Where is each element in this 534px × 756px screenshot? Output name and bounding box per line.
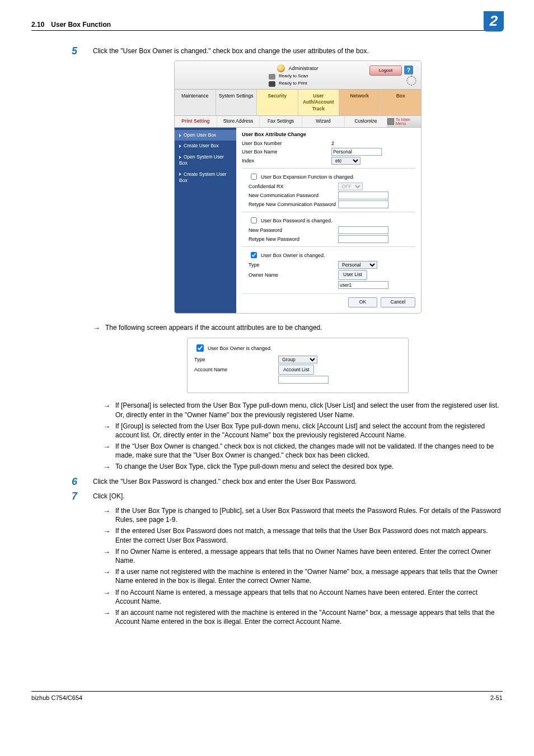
help-icon[interactable]: ? [404,66,413,74]
step5-text: Click the "User Box Owner is changed." c… [93,46,503,55]
sidebar-open-system-user-box[interactable]: Open System User Box [175,152,236,169]
step6-number: 6 [72,475,77,488]
inset-type-label: Type [194,356,278,363]
user-list-button[interactable]: User List [338,270,367,280]
confidential-rx-select[interactable]: OFF [338,183,363,190]
retype-pwd-label: Retype New Password [249,236,338,242]
owner-check-label: User Box Owner is changed. [261,252,325,259]
new-comm-pwd-label: New Communication Password [249,192,338,199]
tab-security[interactable]: Security [257,90,298,115]
subtab-customize[interactable]: Customize [345,116,387,127]
new-comm-pwd-input[interactable] [338,192,388,199]
inset-type-select[interactable]: Group [278,356,317,363]
user-box-name-label: User Box Name [242,148,331,155]
chapter-badge: 2 [484,11,504,31]
expansion-label: User Box Expansion Function is changed. [261,174,354,180]
admin-ui-screenshot: Administrator Logout ? Ready to Scan Rea… [175,61,421,313]
user-box-name-input[interactable] [331,148,382,156]
ok-button[interactable]: OK [348,297,377,307]
user-icon [277,64,285,72]
tab-user-auth[interactable]: User Auth/Account Track [298,90,340,115]
new-pwd-label: New Password [249,227,338,234]
password-checkbox[interactable] [251,217,257,223]
sidebar-create-system-user-box[interactable]: Create System User Box [175,169,236,186]
note7-3: If a user name not registered with the m… [103,567,503,585]
scanner-icon [269,74,275,80]
note7-0: If the User Box Type is changed to [Publ… [103,506,503,524]
password-check-label: User Box Password is changed. [261,217,332,224]
expansion-checkbox[interactable] [251,174,257,180]
note-personal: If [Personal] is selected from the User … [103,401,503,419]
footer-model: bizhub C754/C654 [31,694,82,702]
inset-account-name-input[interactable] [278,376,329,384]
step7-notes: If the User Box Type is changed to [Publ… [103,506,503,626]
user-box-number-value: 2 [331,140,334,147]
subtab-store-address[interactable]: Store Address [217,116,260,127]
owner-name-input[interactable] [338,281,388,289]
note7-4: If no Account Name is entered, a message… [103,588,503,606]
tab-box[interactable]: Box [381,90,421,115]
section-number: 2.10 [31,20,44,29]
footer-page: 2-51 [490,694,503,702]
user-box-number-label: User Box Number [242,140,331,147]
step6-text: Click the "User Box Password is changed.… [93,477,503,486]
ready-print-label: Ready to Print [279,81,307,87]
panel-title: User Box Attribute Change [242,131,415,138]
owner-name-label: Owner Name [249,272,338,278]
account-list-button[interactable]: Account List [278,365,314,375]
subtab-main-menu[interactable]: To Main Menu [387,116,421,127]
ready-scan-label: Ready to Scan [279,73,308,80]
group-variant-inset: User Box Owner is changed. Type Group Ac… [187,338,409,393]
inset-account-name-label: Account Name [194,366,278,373]
retype-comm-pwd-input[interactable] [338,200,388,208]
tab-system-settings[interactable]: System Settings [216,90,257,115]
retype-comm-pwd-label: Retype New Communication Password [249,201,338,208]
cancel-button[interactable]: Cancel [381,297,415,307]
note7-5: If an account name not registered with t… [103,608,503,626]
sidebar-create-user-box[interactable]: Create User Box [175,141,236,151]
subtab-print-setting[interactable]: Print Setting [175,116,217,127]
note-group: If [Group] is selected from the User Box… [103,422,503,440]
note-type: To change the User Box Type, click the T… [103,462,503,471]
inset-owner-label: User Box Owner is changed. [208,345,272,352]
gear-icon[interactable] [406,76,416,86]
new-pwd-input[interactable] [338,226,388,234]
intermission-text: The following screen appears if the acco… [93,323,503,332]
subtab-wizard[interactable]: Wizard [302,116,345,127]
main-menu-icon [387,118,394,125]
tab-network[interactable]: Network [339,90,381,115]
step7-text: Click [OK]. [93,492,503,501]
confidential-rx-label: Confidential RX [249,183,338,190]
note7-2: If no Owner Name is entered, a message a… [103,547,503,565]
type-label: Type [249,262,338,268]
sidebar-open-user-box[interactable]: Open User Box [175,130,236,141]
step5-number: 5 [72,44,77,58]
index-label: Index [242,157,331,164]
owner-checkbox[interactable] [251,252,257,258]
index-select[interactable]: etc [331,157,360,165]
inset-owner-checkbox[interactable] [196,344,204,352]
note7-1: If the entered User Box Password does no… [103,526,503,544]
step7-number: 7 [72,489,77,503]
section-title: User Box Function [51,20,111,29]
note-checkbox: If the "User Box Owner is changed." chec… [103,442,503,460]
tab-maintenance[interactable]: Maintenance [175,90,216,115]
retype-pwd-input[interactable] [338,235,388,243]
printer-icon [269,81,275,87]
step5-notes: If [Personal] is selected from the User … [103,401,503,471]
type-select[interactable]: Personal [338,261,377,269]
admin-label: Administrator [288,65,318,72]
subtab-fax-settings[interactable]: Fax Settings [260,116,302,127]
logout-button[interactable]: Logout [369,66,402,76]
